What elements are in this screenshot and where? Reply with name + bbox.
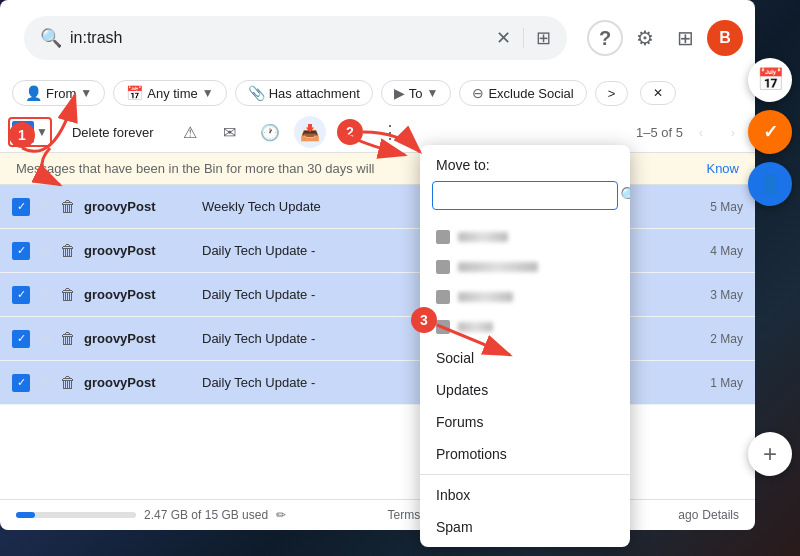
email-checkbox-5[interactable] <box>12 374 30 392</box>
snooze-icon: 🕐 <box>260 123 280 142</box>
email-trash-icon-3: 🗑 <box>60 286 76 304</box>
chip-time-label: Any time <box>147 86 198 101</box>
chip-time-icon: 📅 <box>126 85 143 101</box>
chip-attachment-icon: 📎 <box>248 85 265 101</box>
move-to-item-forums[interactable]: Forums <box>420 406 630 438</box>
move-to-item-social[interactable]: Social <box>420 342 630 374</box>
email-row[interactable]: ☆ 🗑 groovyPost Weekly Tech Update 5 May <box>0 185 755 229</box>
email-star-5[interactable]: ☆ <box>38 373 52 392</box>
calendar-widget-icon[interactable]: 📅 <box>748 58 792 102</box>
delete-forever-button[interactable]: Delete forever <box>60 121 166 144</box>
chip-more-label: > <box>608 86 616 101</box>
folder-icon <box>436 230 450 244</box>
chip-exclude-label: Exclude Social <box>488 86 573 101</box>
chip-to-icon: ▶ <box>394 85 405 101</box>
search-filter-icon[interactable]: ⊞ <box>536 27 551 49</box>
email-date-5: 1 May <box>693 376 743 390</box>
email-star-4[interactable]: ☆ <box>38 329 52 348</box>
email-row[interactable]: ☆ 🗑 groovyPost Daily Tech Update - 4 May <box>0 229 755 273</box>
chip-from-label: From <box>46 86 76 101</box>
tasks-widget-icon[interactable]: ✓ <box>748 110 792 154</box>
move-to-item[interactable] <box>420 222 630 252</box>
email-date-3: 3 May <box>693 288 743 302</box>
help-button[interactable]: ? <box>587 20 623 56</box>
chip-from-icon: 👤 <box>25 85 42 101</box>
move-to-inbox-label: Inbox <box>436 487 470 503</box>
move-to-item-spam[interactable]: Spam <box>420 511 630 543</box>
move-to-search-input[interactable] <box>441 188 616 204</box>
email-checkbox-3[interactable] <box>12 286 30 304</box>
chip-attachment[interactable]: 📎 Has attachment <box>235 80 373 106</box>
settings-button[interactable]: ⚙ <box>627 20 663 56</box>
blurred-label <box>458 292 513 302</box>
email-date-4: 2 May <box>693 332 743 346</box>
email-row[interactable]: ☆ 🗑 groovyPost Daily Tech Update - 3 May <box>0 273 755 317</box>
select-dropdown-chevron[interactable]: ▼ <box>36 125 48 139</box>
chip-exclude-social[interactable]: ⊖ Exclude Social <box>459 80 586 106</box>
move-to-item[interactable] <box>420 312 630 342</box>
chip-exclude-icon: ⊖ <box>472 85 484 101</box>
email-checkbox-4[interactable] <box>12 330 30 348</box>
report-spam-button[interactable]: ⚠ <box>174 116 206 148</box>
mark-read-button[interactable]: ✉ <box>214 116 246 148</box>
know-more-link[interactable]: Know <box>706 161 739 176</box>
storage-text: 2.47 GB of 15 GB used <box>144 508 268 522</box>
storage-edit-icon[interactable]: ✏ <box>276 508 286 522</box>
terms-link[interactable]: Terms <box>387 508 420 522</box>
email-star-1[interactable]: ☆ <box>38 197 52 216</box>
chip-time-chevron: ▼ <box>202 86 214 100</box>
email-trash-icon-5: 🗑 <box>60 374 76 392</box>
details-link[interactable]: Details <box>702 508 739 522</box>
email-star-2[interactable]: ☆ <box>38 241 52 260</box>
move-to-divider <box>420 474 630 475</box>
chip-from[interactable]: 👤 From ▼ <box>12 80 105 106</box>
email-trash-icon-2: 🗑 <box>60 242 76 260</box>
email-sender-1: groovyPost <box>84 199 194 214</box>
folder-icon <box>436 260 450 274</box>
email-checkbox-2[interactable] <box>12 242 30 260</box>
chip-more[interactable]: > <box>595 81 629 106</box>
email-row[interactable]: ☆ 🗑 groovyPost Daily Tech Update - 2 May <box>0 317 755 361</box>
timestamp-text: ago <box>678 508 698 522</box>
move-to-item[interactable] <box>420 282 630 312</box>
move-to-social-label: Social <box>436 350 474 366</box>
toolbar: ✓ ▼ Delete forever ⚠ ✉ 🕐 📥 🏷 ⋮ 1–5 of 5 … <box>0 112 755 153</box>
chip-to-chevron: ▼ <box>426 86 438 100</box>
chip-any-time[interactable]: 📅 Any time ▼ <box>113 80 226 106</box>
move-to-item[interactable] <box>420 252 630 282</box>
move-to-item-promotions[interactable]: Promotions <box>420 438 630 470</box>
search-icon: 🔍 <box>40 27 62 49</box>
chip-to-label: To <box>409 86 423 101</box>
labels-button[interactable]: 🏷 <box>334 116 366 148</box>
search-input[interactable]: in:trash <box>70 29 488 47</box>
email-checkbox-1[interactable] <box>12 198 30 216</box>
info-banner: Messages that have been in the Bin for m… <box>0 153 755 185</box>
apps-button[interactable]: ⊞ <box>667 20 703 56</box>
move-to-button[interactable]: 📥 <box>294 116 326 148</box>
move-to-spam-label: Spam <box>436 519 473 535</box>
contacts-widget-icon[interactable]: 👤 <box>748 162 792 206</box>
chip-attachment-label: Has attachment <box>269 86 360 101</box>
pagination-prev-button[interactable]: ‹ <box>687 118 715 146</box>
email-row[interactable]: ☆ 🗑 groovyPost Daily Tech Update - 1 May <box>0 361 755 405</box>
email-sender-3: groovyPost <box>84 287 194 302</box>
email-star-3[interactable]: ☆ <box>38 285 52 304</box>
search-clear-icon[interactable]: ✕ <box>496 27 511 49</box>
email-date-2: 4 May <box>693 244 743 258</box>
chip-to[interactable]: ▶ To ▼ <box>381 80 452 106</box>
move-to-item-updates[interactable]: Updates <box>420 374 630 406</box>
select-all-checkbox[interactable]: ✓ <box>12 121 34 143</box>
more-options-button[interactable]: ⋮ <box>374 116 406 148</box>
chip-clear-button[interactable]: ✕ <box>640 81 676 105</box>
move-to-item-inbox[interactable]: Inbox <box>420 479 630 511</box>
email-trash-icon-4: 🗑 <box>60 330 76 348</box>
snooze-button[interactable]: 🕐 <box>254 116 286 148</box>
email-list: ☆ 🗑 groovyPost Weekly Tech Update 5 May … <box>0 185 755 499</box>
avatar-button[interactable]: B <box>707 20 743 56</box>
folder-icon <box>436 290 450 304</box>
add-fab-button[interactable]: + <box>748 432 792 476</box>
email-sender-4: groovyPost <box>84 331 194 346</box>
right-sidebar-widgets: 📅 ✓ 👤 <box>740 50 800 214</box>
pagination-text: 1–5 of 5 <box>636 125 683 140</box>
move-to-search-icon: 🔍 <box>620 186 630 205</box>
